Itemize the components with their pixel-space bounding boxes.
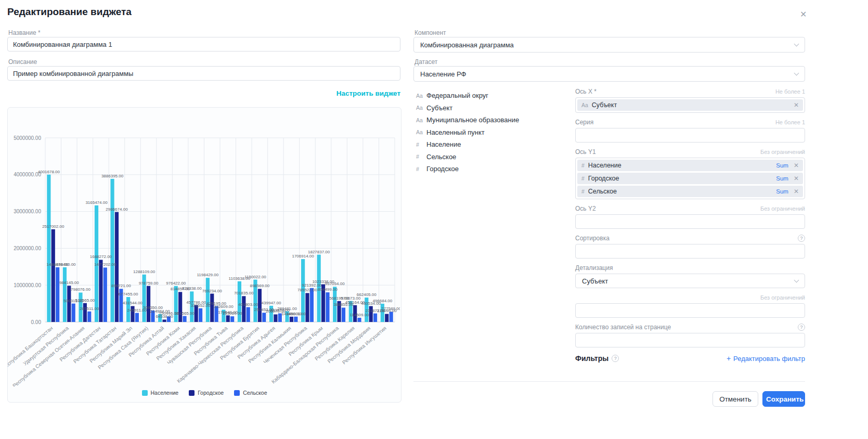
limit-input[interactable] [575, 303, 805, 318]
dataset-field[interactable]: AaСубъект [416, 102, 567, 114]
detail-select[interactable]: Субъект [575, 274, 805, 288]
dataset-select[interactable]: Население РФ [413, 66, 805, 82]
bar [162, 319, 166, 322]
axis-y1-hint: Без ограничений [760, 149, 805, 155]
bar [357, 318, 361, 322]
remove-icon[interactable]: ✕ [794, 188, 799, 195]
y-tick-label: 2000000.00 [14, 246, 41, 251]
value-label: 1150022.00 [244, 275, 266, 279]
legend-item[interactable]: Население [142, 390, 179, 396]
bar [310, 288, 314, 322]
chevron-down-icon [794, 41, 799, 46]
axis-y1-chip: #НаселениеSum✕ [577, 160, 803, 171]
value-label: 289481.00 [277, 306, 297, 311]
bar [385, 314, 388, 322]
dataset-field[interactable]: AaФедеральный округ [416, 89, 567, 102]
detail-header: Детализация [575, 264, 805, 272]
axis-y1-input[interactable]: #НаселениеSum✕#ГородскоеSum✕#СельскоеSum… [575, 158, 805, 199]
number-type-icon: # [581, 188, 585, 195]
value-label: 984145.00 [59, 280, 79, 285]
description-input[interactable] [7, 66, 400, 81]
axis-y1-label: Ось Y1 [575, 148, 596, 156]
sorting-group: Сортировка ? [575, 234, 805, 259]
component-select[interactable]: Комбинированная диаграмма [413, 37, 805, 53]
value-label: 153069.00 [223, 311, 242, 316]
footer-divider [413, 381, 805, 382]
sorting-input[interactable] [575, 244, 805, 259]
value-label: 401803.00 [238, 302, 258, 307]
value-label: 976422.00 [166, 281, 186, 286]
chip-field-name: Сельское [588, 188, 617, 195]
aggregation-select[interactable]: Sum [776, 175, 788, 182]
save-button[interactable]: Сохранить [762, 391, 805, 407]
value-label: 512565.00 [75, 298, 95, 303]
legend-item[interactable]: Городское [189, 390, 224, 396]
help-icon[interactable]: ? [612, 355, 619, 362]
detail-group: Детализация Субъект [575, 264, 805, 288]
dataset-field[interactable]: #Население [416, 138, 567, 151]
cancel-button[interactable]: Отменить [712, 391, 758, 407]
dataset-field[interactable]: AaНаселенный пункт [416, 126, 567, 139]
edit-filter-link[interactable]: + Редактировать фильтр [727, 354, 805, 363]
axis-x-input[interactable]: Aa Субъект ✕ [575, 97, 805, 113]
page-size-header: Количество записей на странице ? [575, 323, 805, 331]
bar [373, 314, 377, 322]
aggregation-select[interactable]: Sum [776, 188, 788, 195]
series-group: Серия Не более 1 [575, 118, 805, 143]
text-type-icon: Aa [416, 129, 426, 135]
remove-icon[interactable]: ✕ [794, 101, 799, 109]
axis-y2-group: Ось Y2 Без ограничений [575, 204, 805, 229]
close-icon[interactable]: ✕ [798, 8, 809, 21]
detail-value: Субъект [582, 277, 608, 285]
limit-hint: Без ограничений [760, 294, 805, 301]
series-input[interactable] [575, 128, 805, 143]
field-name: Населенный пункт [426, 128, 485, 136]
value-label: 145601.00 [286, 312, 306, 316]
value-label: 898569.00 [250, 283, 269, 288]
value-label: 3165474.00 [85, 200, 108, 205]
widget-name-input[interactable] [7, 37, 400, 51]
bar [290, 317, 293, 322]
chart-preview-panel: 0.001000000.002000000.003000000.00400000… [7, 107, 401, 403]
bar [87, 312, 91, 322]
y-tick-label: 3000000.00 [14, 209, 41, 214]
axis-y2-header: Ось Y2 Без ограничений [575, 204, 805, 212]
chip-field-name: Городское [588, 175, 619, 182]
remove-icon[interactable]: ✕ [794, 175, 799, 182]
description-label: Описание [8, 58, 37, 66]
number-type-icon: # [416, 141, 426, 148]
dataset-field[interactable]: #Городское [416, 163, 567, 175]
configure-widget-link[interactable]: Настроить виджет [7, 89, 400, 97]
series-hint: Не более 1 [775, 119, 805, 125]
axis-y2-input[interactable] [575, 214, 805, 229]
bar [199, 308, 202, 322]
chevron-down-icon [794, 277, 799, 282]
dataset-field[interactable]: #Сельское [416, 151, 567, 163]
page-size-group: Количество записей на странице ? [575, 323, 805, 347]
aggregation-select[interactable]: Sum [776, 162, 788, 169]
page-size-input[interactable] [575, 333, 805, 347]
remove-icon[interactable]: ✕ [794, 162, 799, 169]
value-label: 161565.00 [175, 311, 195, 316]
page-title: Редактирование виджета [7, 6, 132, 18]
chevron-down-icon [794, 70, 799, 75]
legend-item[interactable]: Сельское [234, 390, 267, 396]
filters-label: Фильтры [575, 354, 608, 363]
bar [135, 313, 139, 322]
axis-y1-chip: #ГородскоеSum✕ [577, 173, 803, 184]
axis-x-hint: Не более 1 [775, 88, 805, 95]
value-label: 828338.00 [182, 286, 202, 291]
legend-swatch [234, 390, 240, 396]
dataset-field[interactable]: AaМуниципальное образование [416, 114, 567, 126]
help-icon[interactable]: ? [798, 324, 805, 331]
sorting-label: Сортировка [575, 235, 610, 242]
value-label: 439947.00 [262, 301, 281, 305]
value-label: 804499.00 [318, 287, 338, 292]
chip-field-name: Население [588, 162, 621, 169]
series-header: Серия Не более 1 [575, 118, 805, 126]
value-label: 978759.00 [139, 281, 159, 286]
widget-name-label: Название * [8, 29, 41, 36]
chart-value-labels: 4001678.002517002.001484676.001484460.00… [38, 170, 400, 319]
help-icon[interactable]: ? [798, 235, 805, 242]
axis-y1-header: Ось Y1 Без ограничений [575, 148, 805, 156]
